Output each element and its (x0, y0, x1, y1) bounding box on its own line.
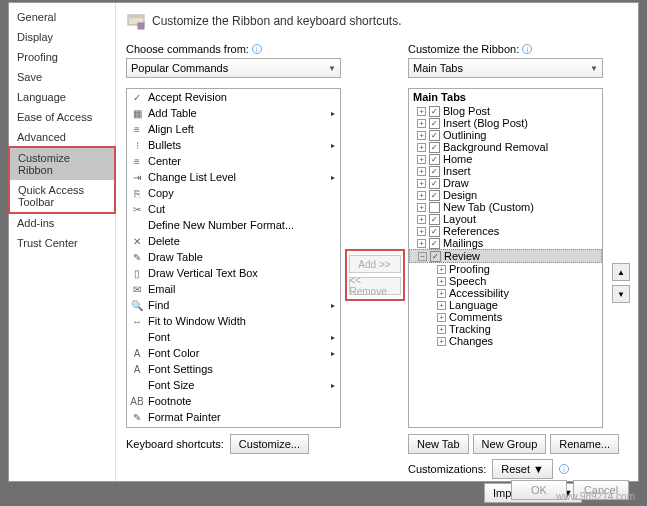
tree-item[interactable]: +Layout (409, 213, 602, 225)
tree-item[interactable]: +Mailings (409, 237, 602, 249)
command-item[interactable]: ⁝Bullets▸ (127, 137, 340, 153)
tree-item[interactable]: +Speech (409, 275, 602, 287)
commands-from-dropdown[interactable]: Popular Commands▼ (126, 58, 341, 78)
reset-button[interactable]: Reset ▼ (492, 459, 553, 479)
checkbox[interactable] (429, 238, 440, 249)
move-up-button[interactable]: ▲ (612, 263, 630, 281)
move-down-button[interactable]: ▼ (612, 285, 630, 303)
expander-icon[interactable]: + (417, 107, 426, 116)
expander-icon[interactable]: + (417, 167, 426, 176)
expander-icon[interactable]: + (417, 215, 426, 224)
sidebar-item-display[interactable]: Display (9, 27, 115, 47)
expander-icon[interactable]: + (437, 265, 446, 274)
new-tab-button[interactable]: New Tab (408, 434, 469, 454)
tree-item[interactable]: +Blog Post (409, 105, 602, 117)
checkbox[interactable] (429, 166, 440, 177)
command-item[interactable]: ⎘Copy (127, 185, 340, 201)
expander-icon[interactable]: − (418, 252, 427, 261)
tree-item[interactable]: +Accessibility (409, 287, 602, 299)
command-item[interactable]: ≡Center (127, 153, 340, 169)
sidebar-item-advanced[interactable]: Advanced (9, 127, 115, 147)
sidebar-item-trust-center[interactable]: Trust Center (9, 233, 115, 253)
expander-icon[interactable]: + (417, 239, 426, 248)
command-item[interactable]: ✎Format Painter (127, 409, 340, 425)
expander-icon[interactable]: + (417, 131, 426, 140)
sidebar-item-ease-of-access[interactable]: Ease of Access (9, 107, 115, 127)
command-item[interactable]: ≡Align Left (127, 121, 340, 137)
sidebar-item-quick-access-toolbar[interactable]: Quick Access Toolbar (10, 180, 114, 212)
ribbon-scope-dropdown[interactable]: Main Tabs▼ (408, 58, 603, 78)
expander-icon[interactable]: + (437, 337, 446, 346)
tree-item[interactable]: +References (409, 225, 602, 237)
tree-item[interactable]: +Language (409, 299, 602, 311)
customize-shortcuts-button[interactable]: Customize... (230, 434, 309, 454)
command-item[interactable]: ✕Delete (127, 233, 340, 249)
command-item[interactable]: ✓Accept Revision (127, 89, 340, 105)
expander-icon[interactable]: + (437, 277, 446, 286)
add-button[interactable]: Add >> (349, 255, 401, 273)
checkbox[interactable] (429, 178, 440, 189)
checkbox[interactable] (429, 214, 440, 225)
expander-icon[interactable]: + (437, 289, 446, 298)
commands-listbox[interactable]: ✓Accept Revision▦Add Table▸≡Align Left⁝B… (126, 88, 341, 428)
command-item[interactable]: ▯Draw Vertical Text Box (127, 265, 340, 281)
expander-icon[interactable]: + (417, 203, 426, 212)
tree-item[interactable]: −Review (409, 249, 602, 263)
sidebar-item-language[interactable]: Language (9, 87, 115, 107)
expander-icon[interactable]: + (417, 119, 426, 128)
checkbox[interactable] (430, 251, 441, 262)
info-icon[interactable]: i (522, 44, 532, 54)
tree-item[interactable]: +New Tab (Custom) (409, 201, 602, 213)
sidebar-item-add-ins[interactable]: Add-ins (9, 213, 115, 233)
tree-item[interactable]: +Background Removal (409, 141, 602, 153)
expander-icon[interactable]: + (437, 313, 446, 322)
sidebar-item-proofing[interactable]: Proofing (9, 47, 115, 67)
tree-item[interactable]: +Proofing (409, 263, 602, 275)
command-item[interactable]: ⇥Change List Level▸ (127, 169, 340, 185)
command-item[interactable]: AGrow Font (127, 425, 340, 428)
expander-icon[interactable]: + (417, 179, 426, 188)
checkbox[interactable] (429, 142, 440, 153)
expander-icon[interactable]: + (437, 301, 446, 310)
sidebar-item-save[interactable]: Save (9, 67, 115, 87)
tree-item[interactable]: +Changes (409, 335, 602, 347)
command-item[interactable]: 🔍Find▸ (127, 297, 340, 313)
command-item[interactable]: AFont Color▸ (127, 345, 340, 361)
expander-icon[interactable]: + (417, 155, 426, 164)
checkbox[interactable] (429, 202, 440, 213)
tree-item[interactable]: +Insert (Blog Post) (409, 117, 602, 129)
command-item[interactable]: ABFootnote (127, 393, 340, 409)
tree-item[interactable]: +Design (409, 189, 602, 201)
command-item[interactable]: ✂Cut (127, 201, 340, 217)
tree-item[interactable]: +Tracking (409, 323, 602, 335)
command-item[interactable]: ✎Draw Table (127, 249, 340, 265)
expander-icon[interactable]: + (437, 325, 446, 334)
checkbox[interactable] (429, 130, 440, 141)
tree-item[interactable]: +Outlining (409, 129, 602, 141)
info-icon[interactable]: i (559, 464, 569, 474)
command-item[interactable]: ↔Fit to Window Width (127, 313, 340, 329)
checkbox[interactable] (429, 106, 440, 117)
checkbox[interactable] (429, 118, 440, 129)
checkbox[interactable] (429, 226, 440, 237)
remove-button[interactable]: << Remove (349, 277, 401, 295)
command-item[interactable]: ▦Add Table▸ (127, 105, 340, 121)
expander-icon[interactable]: + (417, 143, 426, 152)
checkbox[interactable] (429, 154, 440, 165)
info-icon[interactable]: i (252, 44, 262, 54)
tree-item[interactable]: +Draw (409, 177, 602, 189)
command-item[interactable]: AFont Settings (127, 361, 340, 377)
sidebar-item-general[interactable]: General (9, 7, 115, 27)
command-item[interactable]: Font▸ (127, 329, 340, 345)
tree-item[interactable]: +Comments (409, 311, 602, 323)
ribbon-tree[interactable]: Main Tabs+Blog Post+Insert (Blog Post)+O… (408, 88, 603, 428)
expander-icon[interactable]: + (417, 191, 426, 200)
command-item[interactable]: ✉Email (127, 281, 340, 297)
sidebar-item-customize-ribbon[interactable]: Customize Ribbon (10, 148, 114, 180)
expander-icon[interactable]: + (417, 227, 426, 236)
new-group-button[interactable]: New Group (473, 434, 547, 454)
command-item[interactable]: Font Size▸ (127, 377, 340, 393)
rename-button[interactable]: Rename... (550, 434, 619, 454)
tree-item[interactable]: +Home (409, 153, 602, 165)
command-item[interactable]: Define New Number Format... (127, 217, 340, 233)
